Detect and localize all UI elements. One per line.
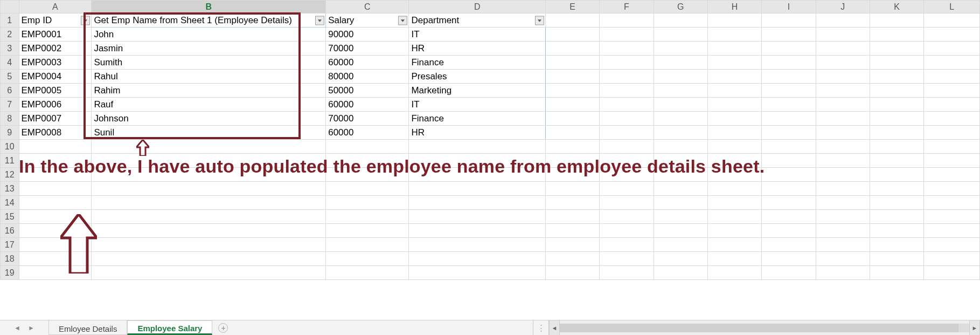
cell-G10[interactable] bbox=[654, 140, 707, 154]
cell-K16[interactable] bbox=[870, 224, 923, 238]
cell-E13[interactable] bbox=[546, 182, 600, 196]
cell-G6[interactable] bbox=[654, 84, 707, 98]
cell-I3[interactable] bbox=[762, 42, 816, 56]
cell-G7[interactable] bbox=[654, 98, 707, 112]
column-header-H[interactable]: H bbox=[707, 1, 761, 13]
cell-G19[interactable] bbox=[654, 266, 707, 280]
column-header-I[interactable]: I bbox=[762, 1, 816, 13]
row-header-15[interactable]: 15 bbox=[1, 210, 19, 224]
cell-K1[interactable] bbox=[870, 13, 923, 28]
cell-C6[interactable]: 50000 bbox=[326, 84, 409, 98]
filter-dropdown-button[interactable] bbox=[81, 16, 90, 25]
cell-A17[interactable] bbox=[19, 238, 92, 252]
cell-A19[interactable] bbox=[19, 266, 92, 280]
cell-E11[interactable] bbox=[546, 154, 600, 168]
cell-J19[interactable] bbox=[816, 266, 870, 280]
cell-B19[interactable] bbox=[92, 266, 326, 280]
cell-L2[interactable] bbox=[924, 28, 980, 42]
tab-next-icon[interactable]: ► bbox=[28, 324, 34, 332]
cell-C1[interactable]: Salary bbox=[326, 13, 409, 28]
filter-dropdown-button[interactable] bbox=[398, 16, 407, 25]
cell-G12[interactable] bbox=[654, 168, 707, 182]
cell-B9[interactable]: Sunil bbox=[92, 126, 326, 140]
cell-K18[interactable] bbox=[870, 252, 923, 266]
cell-F4[interactable] bbox=[600, 56, 654, 70]
cell-J4[interactable] bbox=[816, 56, 870, 70]
cell-D2[interactable]: IT bbox=[409, 28, 546, 42]
cell-G17[interactable] bbox=[654, 238, 707, 252]
cell-I14[interactable] bbox=[762, 196, 816, 210]
spreadsheet-grid[interactable]: ABCDEFGHIJKL1Emp IDGet Emp Name from She… bbox=[0, 0, 980, 280]
sheet-tab-emloyee-details[interactable]: Emloyee Details bbox=[48, 320, 127, 335]
cell-L12[interactable] bbox=[924, 168, 980, 182]
row-header-3[interactable]: 3 bbox=[1, 42, 19, 56]
cell-I4[interactable] bbox=[762, 56, 816, 70]
column-header-L[interactable]: L bbox=[924, 1, 980, 13]
cell-H13[interactable] bbox=[707, 182, 761, 196]
row-header-7[interactable]: 7 bbox=[1, 98, 19, 112]
cell-A1[interactable]: Emp ID bbox=[19, 13, 92, 28]
cell-A11[interactable] bbox=[19, 154, 92, 168]
cell-L16[interactable] bbox=[924, 224, 980, 238]
row-header-1[interactable]: 1 bbox=[1, 13, 19, 28]
cell-C16[interactable] bbox=[326, 224, 409, 238]
cell-F2[interactable] bbox=[600, 28, 654, 42]
cell-C15[interactable] bbox=[326, 210, 409, 224]
cell-K8[interactable] bbox=[870, 112, 923, 126]
cell-K3[interactable] bbox=[870, 42, 923, 56]
cell-D1[interactable]: Department bbox=[409, 13, 546, 28]
cell-H18[interactable] bbox=[707, 252, 761, 266]
cell-F7[interactable] bbox=[600, 98, 654, 112]
cell-K11[interactable] bbox=[870, 154, 923, 168]
cell-K13[interactable] bbox=[870, 182, 923, 196]
cell-J6[interactable] bbox=[816, 84, 870, 98]
cell-C19[interactable] bbox=[326, 266, 409, 280]
cell-A7[interactable]: EMP0006 bbox=[19, 98, 92, 112]
cell-F15[interactable] bbox=[600, 210, 654, 224]
scroll-left-button[interactable]: ◄ bbox=[549, 320, 560, 335]
cell-E5[interactable] bbox=[546, 70, 600, 84]
cell-E6[interactable] bbox=[546, 84, 600, 98]
filter-dropdown-button[interactable] bbox=[535, 16, 544, 25]
row-header-13[interactable]: 13 bbox=[1, 182, 19, 196]
cell-H11[interactable] bbox=[707, 154, 761, 168]
cell-D3[interactable]: HR bbox=[409, 42, 546, 56]
cell-F9[interactable] bbox=[600, 126, 654, 140]
cell-E16[interactable] bbox=[546, 224, 600, 238]
cell-F10[interactable] bbox=[600, 140, 654, 154]
cell-A4[interactable]: EMP0003 bbox=[19, 56, 92, 70]
cell-J5[interactable] bbox=[816, 70, 870, 84]
cell-L8[interactable] bbox=[924, 112, 980, 126]
cell-K7[interactable] bbox=[870, 98, 923, 112]
cell-I8[interactable] bbox=[762, 112, 816, 126]
cell-D9[interactable]: HR bbox=[409, 126, 546, 140]
cell-D11[interactable] bbox=[409, 154, 546, 168]
cell-E18[interactable] bbox=[546, 252, 600, 266]
cell-G8[interactable] bbox=[654, 112, 707, 126]
cell-K5[interactable] bbox=[870, 70, 923, 84]
cell-C14[interactable] bbox=[326, 196, 409, 210]
cell-B11[interactable] bbox=[92, 154, 326, 168]
scroll-right-button[interactable]: ► bbox=[969, 320, 980, 335]
cell-I10[interactable] bbox=[762, 140, 816, 154]
cell-A14[interactable] bbox=[19, 196, 92, 210]
cell-G5[interactable] bbox=[654, 70, 707, 84]
cell-D18[interactable] bbox=[409, 252, 546, 266]
row-header-19[interactable]: 19 bbox=[1, 266, 19, 280]
cell-B18[interactable] bbox=[92, 252, 326, 266]
cell-E9[interactable] bbox=[546, 126, 600, 140]
cell-H7[interactable] bbox=[707, 98, 761, 112]
cell-B3[interactable]: Jasmin bbox=[92, 42, 326, 56]
cell-I7[interactable] bbox=[762, 98, 816, 112]
cell-C13[interactable] bbox=[326, 182, 409, 196]
column-header-B[interactable]: B bbox=[92, 1, 326, 13]
cell-E14[interactable] bbox=[546, 196, 600, 210]
cell-K17[interactable] bbox=[870, 238, 923, 252]
cell-H19[interactable] bbox=[707, 266, 761, 280]
cell-K15[interactable] bbox=[870, 210, 923, 224]
cell-E8[interactable] bbox=[546, 112, 600, 126]
cell-L14[interactable] bbox=[924, 196, 980, 210]
cell-I9[interactable] bbox=[762, 126, 816, 140]
row-header-12[interactable]: 12 bbox=[1, 168, 19, 182]
cell-B7[interactable]: Rauf bbox=[92, 98, 326, 112]
